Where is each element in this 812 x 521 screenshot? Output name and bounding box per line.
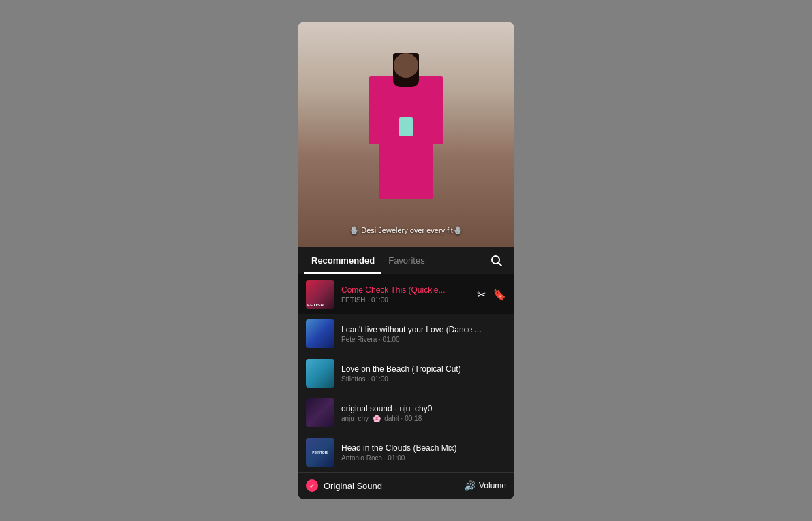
- song-info: Head in the Clouds (Beach Mix) Antonio R…: [341, 443, 506, 462]
- song-thumbnail: [306, 319, 334, 348]
- search-button[interactable]: [486, 250, 507, 272]
- original-sound-check: ✓: [306, 479, 318, 492]
- music-panel: Recommended Favorites FETISH Com: [298, 247, 514, 499]
- person-silhouette: [372, 53, 440, 230]
- volume-icon: 🔊: [464, 480, 475, 491]
- song-thumbnail: FETISH: [306, 280, 334, 309]
- song-meta: anju_chy_🌸_dahit · 00:18: [341, 415, 506, 422]
- song-title: Head in the Clouds (Beach Mix): [341, 443, 506, 453]
- bottom-bar: ✓ Original Sound 🔊 Volume: [298, 472, 514, 499]
- song-item[interactable]: PSINTORI Head in the Clouds (Beach Mix) …: [298, 432, 514, 472]
- tab-favorites[interactable]: Favorites: [381, 247, 431, 274]
- song-thumbnail: [306, 398, 334, 427]
- song-meta: Pete Rivera · 01:00: [341, 336, 506, 343]
- song-thumbnail: PSINTORI: [306, 438, 334, 467]
- song-list: FETISH Come Check This (Quickie... FETIS…: [298, 274, 514, 472]
- volume-label: Volume: [479, 481, 506, 490]
- song-info: original sound - nju_chy0 anju_chy_🌸_dah…: [341, 404, 506, 422]
- video-caption: 🪬 Desi Jewelery over every fit🪬: [298, 226, 514, 235]
- tabs-row: Recommended Favorites: [298, 247, 514, 274]
- video-section: 🪬 Desi Jewelery over every fit🪬: [298, 22, 514, 247]
- original-sound-label[interactable]: Original Sound: [324, 481, 458, 491]
- song-info: I can't live without your Love (Dance ..…: [341, 325, 506, 343]
- search-icon: [490, 255, 503, 267]
- song-title: Love on the Beach (Tropical Cut): [341, 364, 506, 374]
- song-item[interactable]: I can't live without your Love (Dance ..…: [298, 314, 514, 353]
- song-actions: ✂ 🔖: [477, 288, 506, 301]
- phone-container: 🪬 Desi Jewelery over every fit🪬 Recommen…: [298, 22, 514, 499]
- check-icon: ✓: [309, 482, 315, 490]
- song-info: Love on the Beach (Tropical Cut) Stilett…: [341, 364, 506, 383]
- head: [394, 53, 418, 78]
- song-item[interactable]: FETISH Come Check This (Quickie... FETIS…: [298, 274, 514, 314]
- song-item[interactable]: Love on the Beach (Tropical Cut) Stilett…: [298, 353, 514, 393]
- scissors-icon[interactable]: ✂: [477, 288, 486, 301]
- song-title: Come Check This (Quickie...: [341, 285, 470, 295]
- svg-line-1: [499, 262, 502, 266]
- bookmark-icon[interactable]: 🔖: [493, 288, 506, 301]
- held-phone: [399, 117, 413, 136]
- song-item[interactable]: original sound - nju_chy0 anju_chy_🌸_dah…: [298, 393, 514, 432]
- song-title: original sound - nju_chy0: [341, 404, 506, 413]
- song-thumbnail: [306, 359, 334, 388]
- song-info: Come Check This (Quickie... FETISH · 01:…: [341, 285, 470, 304]
- dress: [379, 76, 433, 199]
- volume-section[interactable]: 🔊 Volume: [464, 480, 506, 491]
- video-overlay: [298, 22, 514, 247]
- song-meta: Antonio Roca · 01:00: [341, 454, 506, 462]
- song-meta: FETISH · 01:00: [341, 296, 470, 304]
- tab-recommended[interactable]: Recommended: [304, 247, 381, 274]
- song-title: I can't live without your Love (Dance ..…: [341, 325, 506, 334]
- song-meta: Stilettos · 01:00: [341, 375, 506, 383]
